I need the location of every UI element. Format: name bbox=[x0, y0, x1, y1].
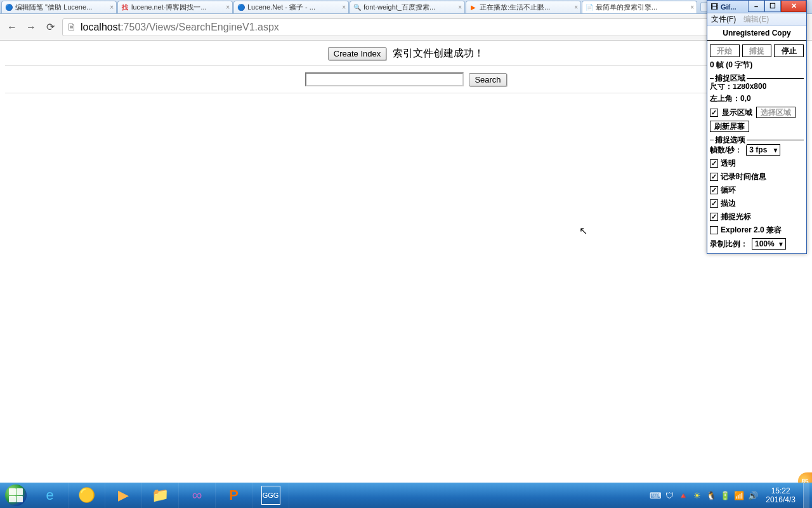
capture-button: 捕捉 bbox=[742, 44, 772, 57]
region-fieldset: 捕捉区域 尺寸：812x508 左上角：0,0 ✓ 显示区域 选择区域 刷新屏… bbox=[710, 78, 804, 132]
close-button[interactable]: ✕ bbox=[781, 1, 806, 12]
taskbar-item-chrome[interactable]: 🟡 bbox=[69, 483, 105, 508]
browser-nav-bar: ← → ⟳ 🗎 localhost:7503/Views/SearchEngin… bbox=[0, 14, 812, 41]
browser-tab[interactable]: 🔵 Lucene.Net - 瘊子 - ... × bbox=[233, 1, 349, 13]
start-button: 开始 bbox=[710, 44, 740, 57]
favicon-icon: 📄 bbox=[585, 3, 594, 12]
close-icon[interactable]: × bbox=[690, 4, 694, 11]
taskbar-item-ppt[interactable]: P bbox=[216, 483, 252, 508]
tab-title: Lucene.Net - 瘊子 - ... bbox=[247, 3, 339, 12]
explorer-checkbox[interactable] bbox=[710, 226, 718, 234]
show-region-label: 显示区域 bbox=[722, 107, 752, 118]
browser-tab[interactable]: ▶ 正在播放:生活不止眼... × bbox=[466, 1, 581, 13]
loop-checkbox[interactable]: ✓ bbox=[710, 186, 718, 194]
browser-tab-active[interactable]: 📄 最简单的搜索引擎... × bbox=[582, 1, 697, 13]
url-path: :7503/Views/SearchEngineV1.aspx bbox=[121, 22, 279, 32]
app-icon: 🎞 bbox=[710, 3, 719, 11]
favicon-icon: 🔵 bbox=[4, 3, 13, 12]
gif-titlebar[interactable]: 🎞 Gif... – ☐ ✕ bbox=[707, 1, 806, 13]
options-legend: 捕捉选项 bbox=[714, 135, 747, 145]
topleft-label: 左上角：0,0 bbox=[710, 93, 804, 104]
fps-select[interactable]: 3 fps ▼ bbox=[746, 144, 780, 156]
favicon-icon: 找 bbox=[121, 3, 129, 12]
close-icon[interactable]: × bbox=[342, 4, 346, 11]
gif-menubar: 文件(F) 编辑(E) bbox=[707, 13, 806, 26]
tray-icon[interactable]: 📶 bbox=[734, 490, 744, 500]
fps-label: 帧数/秒： bbox=[710, 145, 742, 156]
maximize-button[interactable]: ☐ bbox=[764, 1, 781, 12]
gif-app-icon: GGG bbox=[261, 486, 280, 505]
refresh-screen-button[interactable]: 刷新屏幕 bbox=[710, 121, 749, 132]
search-button[interactable]: Search bbox=[469, 73, 506, 86]
fps-value: 3 fps bbox=[749, 145, 767, 154]
taskbar-clock[interactable]: 15:22 2016/4/3 bbox=[766, 486, 796, 504]
time-checkbox[interactable]: ✓ bbox=[710, 173, 718, 181]
url-text: localhost:7503/Views/SearchEngineV1.aspx bbox=[81, 22, 279, 33]
create-index-button[interactable]: Create Index bbox=[328, 47, 386, 60]
windows-taskbar: e 🟡 ▶ 📁 ∞ P GGG ⌨ 🛡 🔺 ☀ 🐧 🔋 📶 🔊 15:22 20… bbox=[0, 483, 812, 508]
start-button[interactable] bbox=[0, 483, 32, 508]
forward-button[interactable]: → bbox=[24, 20, 38, 34]
taskbar-item-explorer[interactable]: 📁 bbox=[142, 483, 179, 508]
tab-title: 最简单的搜索引擎... bbox=[596, 3, 688, 12]
favicon-icon: 🔵 bbox=[237, 3, 246, 12]
tray-icon[interactable]: 🔊 bbox=[748, 490, 758, 500]
close-icon[interactable]: × bbox=[458, 4, 462, 11]
cursor-icon: ↖ bbox=[579, 225, 587, 237]
frame-status: 0 帧 (0 字节) bbox=[710, 60, 804, 70]
loop-label: 循环 bbox=[721, 185, 736, 196]
browser-tab[interactable]: 🔵 编辑随笔 "借助 Lucene... × bbox=[1, 1, 117, 13]
back-button[interactable]: ← bbox=[5, 20, 19, 34]
gif-recorder-window[interactable]: 🎞 Gif... – ☐ ✕ 文件(F) 编辑(E) Unregistered … bbox=[707, 0, 807, 254]
clock-time: 15:22 bbox=[766, 486, 796, 495]
taskbar-item-gif[interactable]: GGG bbox=[252, 483, 289, 508]
menu-file[interactable]: 文件(F) bbox=[711, 14, 736, 25]
taskbar-item-wmp[interactable]: ▶ bbox=[105, 483, 142, 508]
close-icon[interactable]: × bbox=[574, 4, 578, 11]
tray-icon[interactable]: 🔋 bbox=[720, 490, 730, 500]
chrome-icon: 🟡 bbox=[77, 486, 96, 505]
stroke-label: 描边 bbox=[721, 198, 736, 209]
taskbar-item-ie[interactable]: e bbox=[32, 483, 69, 508]
tray-icon[interactable]: 🛡 bbox=[664, 490, 674, 500]
chevron-down-icon: ▼ bbox=[772, 147, 778, 154]
browser-tab[interactable]: 找 lucene.net-博客园找一... × bbox=[117, 1, 233, 13]
powerpoint-icon: P bbox=[225, 486, 244, 505]
reload-button[interactable]: ⟳ bbox=[43, 20, 57, 34]
options-fieldset: 捕捉选项 帧数/秒： 3 fps ▼ ✓透明 ✓记录时间信息 ✓循环 ✓描边 ✓… bbox=[710, 140, 804, 250]
unregistered-label: Unregistered Copy bbox=[707, 26, 806, 41]
tab-title: 编辑随笔 "借助 Lucene... bbox=[15, 3, 107, 12]
close-icon[interactable]: × bbox=[226, 4, 230, 11]
clock-date: 2016/4/3 bbox=[766, 495, 796, 504]
show-desktop-button[interactable] bbox=[803, 483, 809, 508]
scale-select[interactable]: 100% ▼ bbox=[752, 238, 786, 250]
search-input[interactable] bbox=[305, 72, 464, 86]
select-region-button: 选择区域 bbox=[756, 107, 796, 118]
tray-icon[interactable]: ☀ bbox=[692, 490, 702, 500]
tab-title: 正在播放:生活不止眼... bbox=[480, 3, 572, 12]
browser-tab-strip: 🔵 编辑随笔 "借助 Lucene... × 找 lucene.net-博客园找… bbox=[0, 0, 812, 14]
show-region-checkbox[interactable]: ✓ bbox=[710, 109, 718, 117]
system-tray: ⌨ 🛡 🔺 ☀ 🐧 🔋 📶 🔊 15:22 2016/4/3 bbox=[650, 483, 812, 508]
page-icon: 🗎 bbox=[67, 22, 77, 32]
stroke-checkbox[interactable]: ✓ bbox=[710, 199, 718, 208]
index-row: Create Index 索引文件创建成功！ bbox=[5, 43, 807, 66]
transparent-checkbox[interactable]: ✓ bbox=[710, 159, 718, 168]
time-label: 记录时间信息 bbox=[721, 171, 766, 182]
cursor-checkbox[interactable]: ✓ bbox=[710, 213, 718, 221]
url-host: localhost bbox=[81, 22, 121, 32]
status-text: 索引文件创建成功！ bbox=[393, 47, 484, 60]
page-content: Create Index 索引文件创建成功！ Search ↖ 85 bbox=[0, 41, 812, 483]
address-bar[interactable]: 🗎 localhost:7503/Views/SearchEngineV1.as… bbox=[62, 18, 807, 36]
region-legend: 捕捉区域 bbox=[714, 73, 747, 84]
minimize-button[interactable]: – bbox=[748, 1, 764, 12]
visual-studio-icon: ∞ bbox=[188, 486, 207, 505]
taskbar-item-vs[interactable]: ∞ bbox=[179, 483, 216, 508]
folder-icon: 📁 bbox=[151, 486, 170, 505]
stop-button[interactable]: 停止 bbox=[774, 44, 804, 57]
tray-icon[interactable]: 🔺 bbox=[678, 490, 688, 500]
close-icon[interactable]: × bbox=[110, 4, 114, 11]
tray-icon[interactable]: ⌨ bbox=[650, 490, 660, 500]
browser-tab[interactable]: 🔍 font-weight_百度搜索... × bbox=[350, 1, 465, 13]
tray-icon[interactable]: 🐧 bbox=[706, 490, 716, 500]
